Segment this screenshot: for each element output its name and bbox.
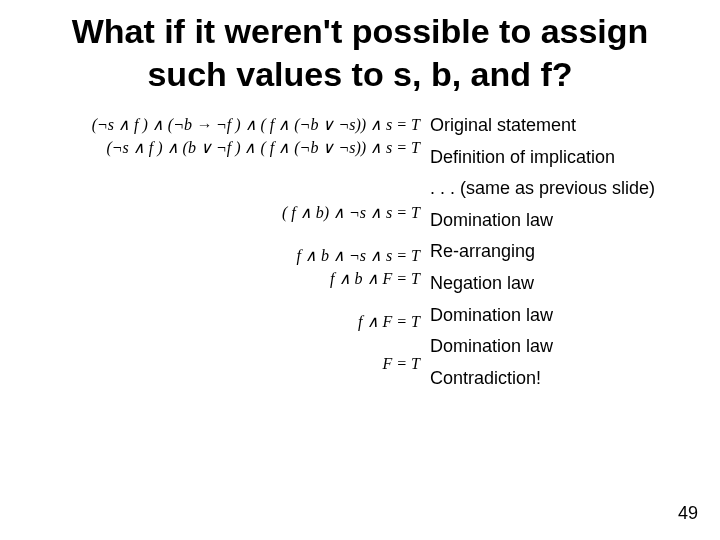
- explanations-column: Original statement Definition of implica…: [420, 115, 700, 399]
- equation-line: F = T: [20, 355, 420, 373]
- slide-body: (¬s ∧ f ) ∧ (¬b → ¬f ) ∧ ( f ∧ (¬b ∨ ¬s)…: [0, 115, 720, 399]
- slide: What if it weren't possible to assign su…: [0, 0, 720, 540]
- explanation: Definition of implication: [430, 147, 700, 169]
- equation-line: f ∧ b ∧ ¬s ∧ s = T: [20, 246, 420, 265]
- explanation: Contradiction!: [430, 368, 700, 390]
- equations-column: (¬s ∧ f ) ∧ (¬b → ¬f ) ∧ ( f ∧ (¬b ∨ ¬s)…: [20, 115, 420, 399]
- explanation: Re-arranging: [430, 241, 700, 263]
- equation-line: (¬s ∧ f ) ∧ (¬b → ¬f ) ∧ ( f ∧ (¬b ∨ ¬s)…: [20, 115, 420, 134]
- explanation: . . . (same as previous slide): [430, 178, 700, 200]
- explanation: Negation law: [430, 273, 700, 295]
- explanation: Domination law: [430, 210, 700, 232]
- explanation: Domination law: [430, 336, 700, 358]
- equation-line: [20, 161, 420, 181]
- slide-title: What if it weren't possible to assign su…: [0, 0, 720, 115]
- equation-line: f ∧ b ∧ F = T: [20, 269, 420, 288]
- equation-line: (¬s ∧ f ) ∧ (b ∨ ¬f ) ∧ ( f ∧ (¬b ∨ ¬s))…: [20, 138, 420, 157]
- explanation: Domination law: [430, 305, 700, 327]
- equation-line: ( f ∧ b) ∧ ¬s ∧ s = T: [20, 203, 420, 222]
- page-number: 49: [678, 503, 698, 524]
- explanation: Original statement: [430, 115, 700, 137]
- equation-line: f ∧ F = T: [20, 312, 420, 331]
